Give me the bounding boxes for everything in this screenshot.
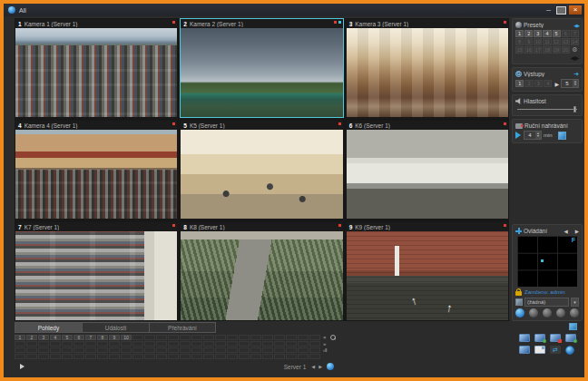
- view-slot-empty[interactable]: [309, 335, 320, 340]
- view-slot-empty[interactable]: [144, 341, 155, 347]
- camera-tile-9[interactable]: 9K9 (Server 1)↑↑: [346, 221, 509, 321]
- output-trigger-icon[interactable]: ▶: [554, 81, 559, 87]
- preset-button-3[interactable]: 3: [534, 30, 542, 37]
- view-slot-empty[interactable]: [227, 354, 238, 359]
- view-slot-empty[interactable]: [144, 354, 155, 359]
- view-slot-1[interactable]: 1: [15, 335, 25, 340]
- preset-button-16[interactable]: 16: [524, 46, 533, 54]
- view-slot-empty[interactable]: [309, 354, 320, 359]
- view-slot-empty[interactable]: [15, 347, 25, 353]
- view-slot-5[interactable]: 5: [62, 335, 73, 340]
- output-spinner[interactable]: 5 ▲▼: [561, 79, 579, 88]
- preset-select-icon[interactable]: [515, 298, 523, 306]
- view-slot-empty[interactable]: [262, 347, 273, 353]
- camera-video[interactable]: [15, 231, 177, 320]
- view-slot-empty[interactable]: [298, 335, 309, 340]
- view-slot-empty[interactable]: [191, 335, 202, 340]
- view-slot-empty[interactable]: [74, 347, 84, 353]
- volume-slider-handle[interactable]: [573, 106, 576, 112]
- view-slot-6[interactable]: 6: [74, 335, 84, 340]
- view-slot-empty[interactable]: [50, 354, 61, 359]
- slot-step-icon[interactable]: ›‖: [323, 347, 336, 353]
- camera-video[interactable]: [181, 130, 342, 219]
- view-slot-empty[interactable]: [250, 335, 261, 340]
- view-slot-7[interactable]: 7: [85, 335, 96, 340]
- preset-button-15[interactable]: 15: [515, 46, 524, 54]
- view-slot-empty[interactable]: [74, 354, 84, 359]
- view-slot-empty[interactable]: [38, 354, 49, 359]
- preset-button-13[interactable]: 13: [562, 38, 570, 45]
- view-slot-empty[interactable]: [156, 335, 167, 340]
- view-slot-empty[interactable]: [309, 347, 320, 353]
- trackball-icon[interactable]: [515, 308, 524, 318]
- fisheye-icon[interactable]: [570, 308, 579, 318]
- preset-settings-gear-icon[interactable]: ⚙: [571, 46, 579, 54]
- view-slot-empty[interactable]: [274, 335, 285, 340]
- camera-tile-4[interactable]: 4Kamera 4 (Server 1): [15, 120, 178, 220]
- close-button[interactable]: ×: [569, 5, 582, 15]
- view-slot-empty[interactable]: [262, 335, 273, 340]
- record-spinner-arrows[interactable]: ▲▼: [535, 132, 541, 139]
- view-slot-empty[interactable]: [250, 347, 261, 353]
- view-slot-empty[interactable]: [15, 354, 25, 359]
- view-slot-empty[interactable]: [298, 341, 309, 347]
- volume-slider[interactable]: [517, 106, 577, 112]
- presets-expand-icon[interactable]: ◀▶: [573, 23, 579, 28]
- output-button-4[interactable]: 4: [544, 80, 552, 87]
- slot-next-icon[interactable]: »: [323, 341, 336, 347]
- view-slot-empty[interactable]: [109, 341, 120, 347]
- camera-video[interactable]: ↑↑: [347, 231, 508, 320]
- view-slot-empty[interactable]: [168, 347, 179, 353]
- camera-tile-6[interactable]: 6K6 (Server 1): [346, 120, 509, 220]
- view-slot-empty[interactable]: [191, 354, 202, 359]
- view-slot-empty[interactable]: [286, 335, 297, 340]
- camera-tile-5[interactable]: 5K5 (Server 1): [180, 120, 343, 220]
- output-button-2[interactable]: 2: [524, 80, 533, 87]
- preset-button-17[interactable]: 17: [534, 46, 542, 54]
- hand-zoom-icon[interactable]: [543, 308, 552, 318]
- view-slot-empty[interactable]: [144, 335, 155, 340]
- view-slot-empty[interactable]: [156, 347, 167, 353]
- view-slot-empty[interactable]: [215, 341, 226, 347]
- view-slot-10[interactable]: 10: [121, 335, 132, 340]
- view-slot-empty[interactable]: [239, 347, 250, 353]
- preset-button-8[interactable]: 8: [515, 38, 524, 45]
- view-slot-empty[interactable]: [286, 354, 297, 359]
- view-slot-empty[interactable]: [227, 335, 238, 340]
- view-slot-empty[interactable]: [180, 335, 191, 340]
- view-slot-empty[interactable]: [203, 354, 214, 359]
- view-slot-empty[interactable]: [274, 341, 285, 347]
- view-slot-empty[interactable]: [62, 341, 73, 347]
- view-slot-empty[interactable]: [168, 341, 179, 347]
- view-slot-empty[interactable]: [156, 354, 167, 359]
- status-play-icon[interactable]: [20, 364, 24, 369]
- view-slot-empty[interactable]: [203, 341, 214, 347]
- server-next-icon[interactable]: ▶: [318, 364, 322, 369]
- view-slot-empty[interactable]: [26, 341, 37, 347]
- view-slot-empty[interactable]: [50, 347, 61, 353]
- view-slot-empty[interactable]: [109, 347, 120, 353]
- view-slot-empty[interactable]: [156, 341, 167, 347]
- view-slot-empty[interactable]: [121, 354, 132, 359]
- swap-icon[interactable]: ⇄: [550, 346, 561, 354]
- tab-pohledy[interactable]: Pohledy: [15, 322, 82, 333]
- view-slot-empty[interactable]: [262, 341, 273, 347]
- preset-button-11[interactable]: 11: [543, 38, 551, 45]
- preset-select-dropdown-icon[interactable]: ▼: [571, 298, 579, 307]
- view-slot-empty[interactable]: [26, 347, 37, 353]
- view-slot-empty[interactable]: [239, 335, 250, 340]
- view-slot-empty[interactable]: [274, 354, 285, 359]
- view-slot-empty[interactable]: [227, 347, 238, 353]
- preset-button-1[interactable]: 1: [515, 30, 524, 37]
- preset-button-10[interactable]: 10: [534, 38, 542, 45]
- output-button-1[interactable]: 1: [515, 80, 524, 87]
- view-slot-empty[interactable]: [215, 335, 226, 340]
- view-slot-empty[interactable]: [62, 354, 73, 359]
- output-button-3[interactable]: 3: [534, 80, 543, 87]
- view-slot-empty[interactable]: [298, 347, 309, 353]
- control-prev-icon[interactable]: ◀: [564, 229, 568, 234]
- hand-pan-icon[interactable]: [529, 308, 538, 318]
- ptz-pad[interactable]: F: [517, 236, 577, 287]
- view-slot-empty[interactable]: [250, 341, 261, 347]
- camera-video[interactable]: [15, 28, 177, 117]
